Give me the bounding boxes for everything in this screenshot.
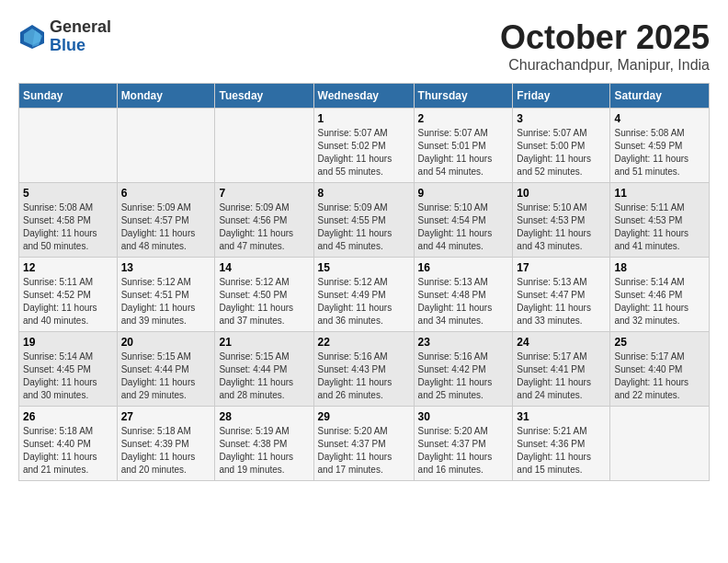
week-row-5: 26Sunrise: 5:18 AMSunset: 4:40 PMDayligh… <box>19 407 710 481</box>
day-info: Sunrise: 5:14 AMSunset: 4:46 PMDaylight:… <box>614 277 688 326</box>
day-number: 8 <box>318 187 410 200</box>
day-cell: 13Sunrise: 5:12 AMSunset: 4:51 PMDayligh… <box>117 258 215 332</box>
day-number: 5 <box>23 187 113 200</box>
day-cell: 17Sunrise: 5:13 AMSunset: 4:47 PMDayligh… <box>513 258 610 332</box>
day-info: Sunrise: 5:20 AMSunset: 4:37 PMDaylight:… <box>318 426 392 475</box>
day-cell: 16Sunrise: 5:13 AMSunset: 4:48 PMDayligh… <box>414 258 513 332</box>
day-cell <box>19 109 118 183</box>
day-info: Sunrise: 5:21 AMSunset: 4:36 PMDaylight:… <box>517 426 591 475</box>
day-info: Sunrise: 5:08 AMSunset: 4:58 PMDaylight:… <box>23 202 97 251</box>
day-number: 19 <box>23 336 113 349</box>
col-header-tuesday: Tuesday <box>215 84 313 109</box>
day-info: Sunrise: 5:07 AMSunset: 5:00 PMDaylight:… <box>517 128 591 177</box>
logo-text: General Blue <box>50 18 111 55</box>
day-cell: 1Sunrise: 5:07 AMSunset: 5:02 PMDaylight… <box>313 109 414 183</box>
week-row-3: 12Sunrise: 5:11 AMSunset: 4:52 PMDayligh… <box>19 258 710 332</box>
day-cell: 25Sunrise: 5:17 AMSunset: 4:40 PMDayligh… <box>610 332 710 407</box>
day-cell: 7Sunrise: 5:09 AMSunset: 4:56 PMDaylight… <box>215 183 313 258</box>
day-info: Sunrise: 5:16 AMSunset: 4:43 PMDaylight:… <box>318 351 392 400</box>
day-number: 14 <box>219 261 309 274</box>
day-info: Sunrise: 5:13 AMSunset: 4:48 PMDaylight:… <box>418 277 493 326</box>
day-cell: 12Sunrise: 5:11 AMSunset: 4:52 PMDayligh… <box>19 258 118 332</box>
col-header-thursday: Thursday <box>414 84 513 109</box>
day-number: 30 <box>418 410 509 423</box>
day-number: 9 <box>418 187 509 200</box>
day-cell: 30Sunrise: 5:20 AMSunset: 4:37 PMDayligh… <box>414 407 513 481</box>
day-info: Sunrise: 5:12 AMSunset: 4:49 PMDaylight:… <box>318 277 392 326</box>
day-cell: 14Sunrise: 5:12 AMSunset: 4:50 PMDayligh… <box>215 258 313 332</box>
day-number: 7 <box>219 187 309 200</box>
day-number: 15 <box>318 261 410 274</box>
day-cell: 6Sunrise: 5:09 AMSunset: 4:57 PMDaylight… <box>117 183 215 258</box>
page-header: General Blue October 2025 Churachandpur,… <box>18 18 710 74</box>
day-number: 2 <box>418 112 509 125</box>
day-number: 13 <box>121 261 211 274</box>
day-info: Sunrise: 5:09 AMSunset: 4:56 PMDaylight:… <box>219 202 293 251</box>
day-info: Sunrise: 5:09 AMSunset: 4:55 PMDaylight:… <box>318 202 392 251</box>
day-info: Sunrise: 5:08 AMSunset: 4:59 PMDaylight:… <box>614 128 688 177</box>
day-number: 1 <box>318 112 410 125</box>
calendar-table: SundayMondayTuesdayWednesdayThursdayFrid… <box>18 83 710 481</box>
day-cell: 11Sunrise: 5:11 AMSunset: 4:53 PMDayligh… <box>610 183 710 258</box>
day-cell: 10Sunrise: 5:10 AMSunset: 4:53 PMDayligh… <box>513 183 610 258</box>
logo-line1: General <box>50 18 111 37</box>
day-cell <box>215 109 313 183</box>
day-number: 29 <box>318 410 410 423</box>
day-info: Sunrise: 5:17 AMSunset: 4:41 PMDaylight:… <box>517 351 591 400</box>
col-header-saturday: Saturday <box>610 84 710 109</box>
day-cell <box>117 109 215 183</box>
day-cell: 20Sunrise: 5:15 AMSunset: 4:44 PMDayligh… <box>117 332 215 407</box>
day-cell: 31Sunrise: 5:21 AMSunset: 4:36 PMDayligh… <box>513 407 610 481</box>
logo-icon <box>18 23 46 51</box>
col-header-monday: Monday <box>117 84 215 109</box>
day-cell: 19Sunrise: 5:14 AMSunset: 4:45 PMDayligh… <box>19 332 118 407</box>
week-row-2: 5Sunrise: 5:08 AMSunset: 4:58 PMDaylight… <box>19 183 710 258</box>
logo: General Blue <box>18 18 111 55</box>
day-number: 26 <box>23 410 113 423</box>
day-info: Sunrise: 5:15 AMSunset: 4:44 PMDaylight:… <box>121 351 196 400</box>
day-cell: 3Sunrise: 5:07 AMSunset: 5:00 PMDaylight… <box>513 109 610 183</box>
header-row: SundayMondayTuesdayWednesdayThursdayFrid… <box>19 84 710 109</box>
day-number: 25 <box>614 336 705 349</box>
day-info: Sunrise: 5:12 AMSunset: 4:50 PMDaylight:… <box>219 277 293 326</box>
day-cell: 28Sunrise: 5:19 AMSunset: 4:38 PMDayligh… <box>215 407 313 481</box>
day-info: Sunrise: 5:18 AMSunset: 4:40 PMDaylight:… <box>23 426 97 475</box>
day-info: Sunrise: 5:15 AMSunset: 4:44 PMDaylight:… <box>219 351 293 400</box>
day-info: Sunrise: 5:07 AMSunset: 5:01 PMDaylight:… <box>418 128 493 177</box>
day-info: Sunrise: 5:12 AMSunset: 4:51 PMDaylight:… <box>121 277 196 326</box>
day-cell: 4Sunrise: 5:08 AMSunset: 4:59 PMDaylight… <box>610 109 710 183</box>
week-row-4: 19Sunrise: 5:14 AMSunset: 4:45 PMDayligh… <box>19 332 710 407</box>
day-number: 23 <box>418 336 509 349</box>
day-number: 21 <box>219 336 309 349</box>
day-cell: 26Sunrise: 5:18 AMSunset: 4:40 PMDayligh… <box>19 407 118 481</box>
day-cell <box>610 407 710 481</box>
day-cell: 22Sunrise: 5:16 AMSunset: 4:43 PMDayligh… <box>313 332 414 407</box>
page-title: October 2025 <box>500 18 710 57</box>
day-number: 16 <box>418 261 509 274</box>
day-number: 6 <box>121 187 211 200</box>
day-cell: 21Sunrise: 5:15 AMSunset: 4:44 PMDayligh… <box>215 332 313 407</box>
day-info: Sunrise: 5:13 AMSunset: 4:47 PMDaylight:… <box>517 277 591 326</box>
day-cell: 5Sunrise: 5:08 AMSunset: 4:58 PMDaylight… <box>19 183 118 258</box>
day-cell: 9Sunrise: 5:10 AMSunset: 4:54 PMDaylight… <box>414 183 513 258</box>
day-cell: 24Sunrise: 5:17 AMSunset: 4:41 PMDayligh… <box>513 332 610 407</box>
day-info: Sunrise: 5:17 AMSunset: 4:40 PMDaylight:… <box>614 351 688 400</box>
logo-line2: Blue <box>50 37 111 55</box>
day-cell: 8Sunrise: 5:09 AMSunset: 4:55 PMDaylight… <box>313 183 414 258</box>
day-info: Sunrise: 5:09 AMSunset: 4:57 PMDaylight:… <box>121 202 196 251</box>
day-cell: 29Sunrise: 5:20 AMSunset: 4:37 PMDayligh… <box>313 407 414 481</box>
day-cell: 18Sunrise: 5:14 AMSunset: 4:46 PMDayligh… <box>610 258 710 332</box>
day-info: Sunrise: 5:10 AMSunset: 4:54 PMDaylight:… <box>418 202 493 251</box>
day-number: 11 <box>614 187 705 200</box>
day-number: 27 <box>121 410 211 423</box>
day-number: 3 <box>517 112 606 125</box>
day-number: 12 <box>23 261 113 274</box>
day-cell: 15Sunrise: 5:12 AMSunset: 4:49 PMDayligh… <box>313 258 414 332</box>
day-number: 17 <box>517 261 606 274</box>
day-number: 10 <box>517 187 606 200</box>
day-number: 31 <box>517 410 606 423</box>
day-number: 4 <box>614 112 705 125</box>
page-subtitle: Churachandpur, Manipur, India <box>500 57 710 74</box>
day-number: 28 <box>219 410 309 423</box>
col-header-wednesday: Wednesday <box>313 84 414 109</box>
